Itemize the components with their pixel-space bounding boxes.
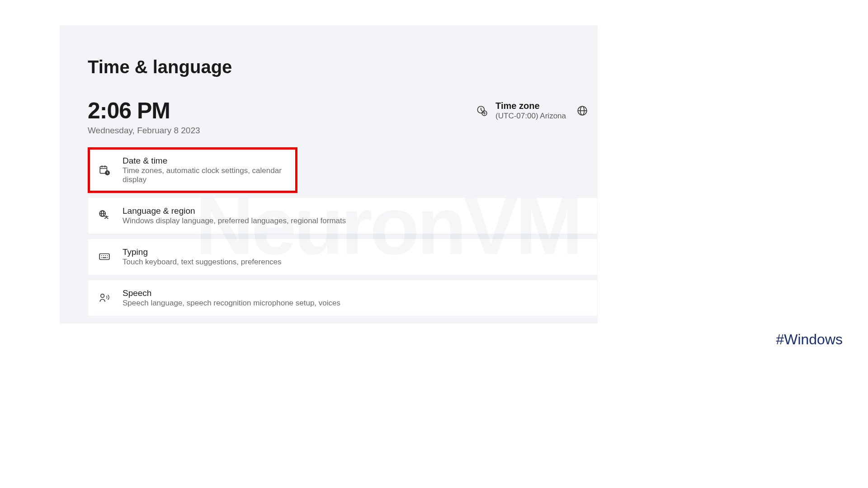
item-title: Language & region (123, 206, 346, 216)
page-title: Time & language (88, 57, 598, 77)
timezone-left: Time zone (UTC-07:00) Arizona (476, 101, 566, 121)
speech-icon (98, 291, 111, 304)
calendar-clock-icon (98, 164, 111, 176)
globe-icon[interactable] (576, 104, 589, 117)
settings-item-speech[interactable]: Speech Speech language, speech recogniti… (88, 280, 598, 316)
clock-date: Wednesday, February 8 2023 (88, 126, 200, 136)
keyboard-icon (98, 250, 111, 263)
item-title: Date & time (123, 156, 287, 166)
item-subtitle: Touch keyboard, text suggestions, prefer… (123, 258, 282, 267)
clock-time: 2:06 PM (88, 99, 200, 123)
timezone-label: Time zone (495, 101, 566, 111)
timezone-value: (UTC-07:00) Arizona (495, 112, 566, 121)
language-region-icon (98, 209, 111, 222)
item-subtitle: Windows display language, preferred lang… (123, 216, 346, 225)
item-title: Speech (123, 288, 340, 298)
clock-block: 2:06 PM Wednesday, February 8 2023 (88, 99, 200, 136)
timezone-block[interactable]: Time zone (UTC-07:00) Arizona (476, 101, 589, 121)
settings-item-date-time[interactable]: Date & time Time zones, automatic clock … (88, 147, 297, 193)
settings-panel: Time & language 2:06 PM Wednesday, Febru… (60, 25, 598, 324)
settings-item-language-region[interactable]: Language & region Windows display langua… (88, 197, 598, 234)
item-text: Typing Touch keyboard, text suggestions,… (123, 247, 282, 267)
svg-point-9 (101, 294, 104, 298)
item-text: Language & region Windows display langua… (123, 206, 346, 225)
item-title: Typing (123, 247, 282, 257)
header-row: 2:06 PM Wednesday, February 8 2023 Time … (88, 99, 598, 136)
settings-item-typing[interactable]: Typing Touch keyboard, text suggestions,… (88, 239, 598, 275)
item-subtitle: Speech language, speech recognition micr… (123, 299, 340, 308)
settings-list: Date & time Time zones, automatic clock … (88, 147, 598, 316)
item-text: Speech Speech language, speech recogniti… (123, 288, 340, 308)
item-text: Date & time Time zones, automatic clock … (123, 156, 287, 184)
item-subtitle: Time zones, automatic clock settings, ca… (123, 166, 287, 184)
timezone-clock-icon (476, 104, 488, 117)
hashtag-label: #Windows (776, 331, 843, 348)
svg-rect-8 (99, 254, 109, 260)
timezone-text: Time zone (UTC-07:00) Arizona (495, 101, 566, 121)
